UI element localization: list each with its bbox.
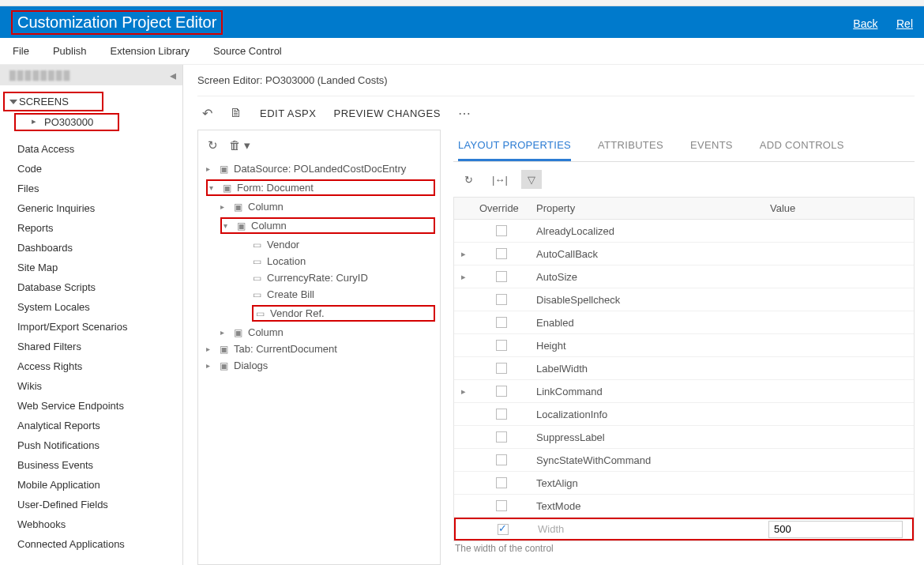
- property-name: SuppressLabel: [530, 431, 764, 443]
- override-checkbox[interactable]: [496, 225, 507, 236]
- preview-changes-button[interactable]: PREVIEW CHANGES: [333, 107, 440, 119]
- property-row-autocallback[interactable]: ▸AutoCallBack: [454, 243, 914, 266]
- property-name: DisableSpellcheck: [530, 294, 764, 306]
- sidebar-item-connected-applications[interactable]: Connected Applications: [0, 534, 182, 554]
- property-row-textalign[interactable]: TextAlign: [454, 472, 914, 495]
- sidebar-item-access-rights[interactable]: Access Rights: [0, 356, 182, 376]
- sidebar-item-mobile-application[interactable]: Mobile Application: [0, 475, 182, 495]
- property-row-disablespellcheck[interactable]: DisableSpellcheck: [454, 288, 914, 311]
- edit-aspx-button[interactable]: EDIT ASPX: [260, 107, 316, 119]
- expand-icon[interactable]: ▸: [454, 249, 473, 259]
- menu-file[interactable]: File: [13, 45, 29, 57]
- back-link[interactable]: Back: [853, 17, 877, 30]
- expand-icon[interactable]: ▸: [454, 386, 473, 397]
- menu-extension-library[interactable]: Extension Library: [111, 45, 190, 57]
- override-checkbox[interactable]: [496, 431, 507, 443]
- override-checkbox[interactable]: [496, 317, 507, 328]
- override-checkbox[interactable]: [496, 500, 507, 511]
- tree-node-column-2[interactable]: ▾▣Column: [203, 215, 435, 236]
- property-name: TextMode: [530, 500, 764, 512]
- tree-node-vendor[interactable]: ▭Vendor: [203, 236, 435, 253]
- sidebar-item-files[interactable]: Files: [0, 179, 182, 198]
- grid-refresh-icon[interactable]: ↻: [458, 170, 479, 189]
- sidebar-item-system-locales[interactable]: System Locales: [0, 297, 182, 317]
- grid-header: Override Property Value: [454, 198, 914, 220]
- sidebar-item-code[interactable]: Code: [0, 159, 182, 179]
- property-row-enabled[interactable]: Enabled: [454, 311, 914, 334]
- undo-icon[interactable]: ↶: [202, 106, 212, 121]
- tree-node-column-1[interactable]: ▸▣Column: [203, 198, 435, 215]
- property-value-cell[interactable]: [762, 521, 912, 538]
- sidebar-item-generic-inquiries[interactable]: Generic Inquiries: [0, 198, 182, 218]
- properties-pane: LAYOUT PROPERTIES ATTRIBUTES EVENTS ADD …: [453, 130, 915, 565]
- property-row-localizationinfo[interactable]: LocalizationInfo: [454, 403, 914, 426]
- tree-node-vendorref[interactable]: ▭Vendor Ref.: [203, 303, 435, 324]
- override-checkbox[interactable]: [496, 477, 507, 488]
- tree-node-currencyrate[interactable]: ▭CurrencyRate: CuryID: [203, 269, 435, 286]
- sidebar-item-wikis[interactable]: Wikis: [0, 376, 182, 396]
- property-row-height[interactable]: Height: [454, 334, 914, 357]
- tree-node-form[interactable]: ▾▣Form: Document: [203, 177, 435, 198]
- property-row-labelwidth[interactable]: LabelWidth: [454, 357, 914, 380]
- grid-filter-icon[interactable]: ▽: [521, 170, 542, 189]
- sidebar-item-push-notifications[interactable]: Push Notifications: [0, 435, 182, 455]
- grid-fit-icon[interactable]: |↔|: [490, 170, 510, 189]
- save-icon[interactable]: 🗎: [230, 106, 242, 120]
- override-checkbox[interactable]: [496, 294, 507, 305]
- property-name: AlreadyLocalized: [530, 225, 764, 237]
- delete-icon[interactable]: 🗑 ▾: [229, 138, 250, 153]
- sidebar-item-import-export-scenarios[interactable]: Import/Export Scenarios: [0, 317, 182, 337]
- sidebar-item-business-events[interactable]: Business Events: [0, 455, 182, 475]
- property-row-syncstatewithcommand[interactable]: SyncStateWithCommand: [454, 449, 914, 472]
- tab-attributes[interactable]: ATTRIBUTES: [598, 133, 663, 161]
- menu-source-control[interactable]: Source Control: [213, 45, 282, 57]
- property-row-width[interactable]: Width: [454, 518, 914, 541]
- sidebar-item-webhooks[interactable]: Webhooks: [0, 514, 182, 534]
- override-checkbox[interactable]: [496, 409, 507, 420]
- property-row-suppresslabel[interactable]: SuppressLabel: [454, 426, 914, 449]
- property-row-linkcommand[interactable]: ▸LinkCommand: [454, 380, 914, 403]
- tab-add-controls[interactable]: ADD CONTROLS: [760, 133, 844, 161]
- sidebar-header: ████████ ◂: [0, 65, 182, 85]
- override-checkbox[interactable]: [498, 524, 509, 535]
- override-checkbox[interactable]: [496, 248, 507, 259]
- sidebar-item-dashboards[interactable]: Dashboards: [0, 238, 182, 258]
- sidebar-item-data-access[interactable]: Data Access: [0, 139, 182, 159]
- property-row-alreadylocalized[interactable]: AlreadyLocalized: [454, 220, 914, 243]
- override-checkbox[interactable]: [496, 340, 507, 351]
- sidebar-item-web-service-endpoints[interactable]: Web Service Endpoints: [0, 396, 182, 416]
- sidebar-item-analytical-reports[interactable]: Analytical Reports: [0, 416, 182, 435]
- tree-node-column-3[interactable]: ▸▣Column: [203, 324, 435, 341]
- tree-node-dialogs[interactable]: ▸▣Dialogs: [203, 357, 435, 374]
- refresh-icon[interactable]: ↻: [208, 138, 218, 153]
- sidebar-item-shared-filters[interactable]: Shared Filters: [0, 337, 182, 356]
- override-checkbox[interactable]: [496, 454, 507, 465]
- main-menu: File Publish Extension Library Source Co…: [0, 38, 924, 65]
- override-checkbox[interactable]: [496, 271, 507, 282]
- tree-node-tab[interactable]: ▸▣Tab: CurrentDocument: [203, 341, 435, 357]
- col-value: Value: [764, 202, 914, 214]
- tree-node-location[interactable]: ▭Location: [203, 253, 435, 269]
- sidebar-item-reports[interactable]: Reports: [0, 218, 182, 238]
- expand-icon[interactable]: ▸: [454, 272, 473, 282]
- sidebar-item-database-scripts[interactable]: Database Scripts: [0, 277, 182, 297]
- menu-publish[interactable]: Publish: [53, 45, 87, 57]
- width-input[interactable]: [768, 521, 903, 538]
- sidebar-item-screens[interactable]: SCREENS: [3, 92, 103, 111]
- page-title: Customization Project Editor: [11, 10, 223, 35]
- property-row-textmode[interactable]: TextMode: [454, 495, 914, 518]
- override-checkbox[interactable]: [496, 386, 507, 397]
- reload-link[interactable]: Rel: [896, 17, 913, 30]
- sidebar-collapse-icon[interactable]: ◂: [170, 68, 176, 83]
- tree-node-createbill[interactable]: ▭Create Bill: [203, 286, 435, 303]
- sidebar-item-site-map[interactable]: Site Map: [0, 258, 182, 277]
- property-row-autosize[interactable]: ▸AutoSize: [454, 266, 914, 288]
- more-icon[interactable]: ⋯: [458, 106, 471, 121]
- sidebar-item-user-defined-fields[interactable]: User-Defined Fields: [0, 495, 182, 514]
- override-checkbox[interactable]: [496, 363, 507, 374]
- tree-toolbar: ↻ 🗑 ▾: [203, 137, 435, 160]
- tab-events[interactable]: EVENTS: [690, 133, 733, 161]
- sidebar-item-po303000[interactable]: PO303000: [14, 113, 119, 131]
- tree-node-datasource[interactable]: ▸▣DataSource: POLandedCostDocEntry: [203, 160, 435, 177]
- tab-layout-properties[interactable]: LAYOUT PROPERTIES: [458, 133, 571, 161]
